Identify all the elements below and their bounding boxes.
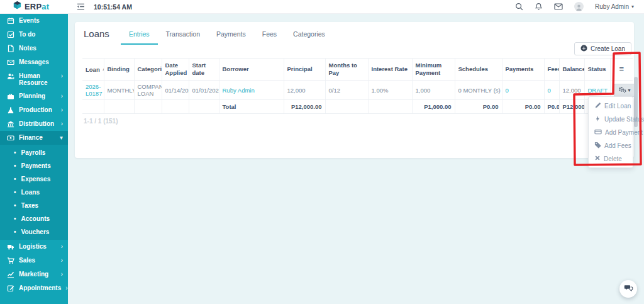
chat-fab-button[interactable]	[619, 280, 637, 298]
row-actions-button[interactable]: ▾	[614, 84, 635, 97]
col-header-schedules[interactable]: Schedules	[455, 59, 502, 81]
caret-down-icon: ▾	[631, 4, 634, 9]
payments-count-link[interactable]: 0	[506, 87, 509, 94]
sidebar-item-messages[interactable]: Messages	[0, 55, 68, 69]
col-header-loan[interactable]: Loan▲	[82, 59, 104, 81]
cell-start-date: 01/01/2026	[189, 81, 219, 100]
sidebar-subitem-label: Loans	[21, 189, 40, 196]
sidebar-item-label: To do	[19, 31, 63, 38]
sidebar-item-notes[interactable]: Notes	[0, 42, 68, 55]
edit-square-icon	[7, 284, 14, 292]
chat-bubbles-icon	[624, 283, 633, 295]
cogs-icon	[618, 86, 626, 94]
mail-icon[interactable]	[554, 3, 563, 10]
sidebar-subitem-taxes[interactable]: •Taxes	[0, 199, 68, 212]
sidebar-subitem-label: Payments	[21, 162, 51, 169]
sidebar-item-production[interactable]: Production ›	[0, 103, 68, 117]
user-menu[interactable]: Ruby Admin▾	[595, 3, 634, 10]
col-header-start-date[interactable]: Start date	[189, 59, 219, 81]
col-header-payments[interactable]: Payments	[502, 59, 544, 81]
sidebar: Events To do Notes Messages Human Resour…	[0, 14, 68, 304]
file-icon	[7, 45, 14, 52]
menu-item-update-status[interactable]: Update Status	[589, 113, 633, 126]
menu-item-add-payment[interactable]: Add Payment	[589, 126, 633, 139]
flask-icon	[7, 106, 14, 114]
sidebar-subitem-label: Expenses	[21, 176, 51, 183]
sidebar-subitem-accounts[interactable]: •Accounts	[0, 212, 68, 225]
tab-transaction[interactable]: Transaction	[158, 28, 208, 45]
truck-icon	[7, 243, 14, 251]
cell-date-applied: 01/14/2026	[162, 81, 189, 100]
col-header-categories[interactable]: Categories	[134, 59, 162, 81]
col-header-principal[interactable]: Principal	[284, 59, 325, 81]
cart-icon	[7, 257, 14, 264]
chevron-down-icon: ▾	[60, 134, 63, 141]
clock-time: 10:51:54 AM	[94, 3, 132, 11]
chevron-right-icon: ›	[61, 243, 63, 250]
tab-categories[interactable]: Categories	[285, 28, 333, 45]
col-header-interest-rate[interactable]: Interest Rate	[368, 59, 412, 81]
sidebar-subitem-payrolls[interactable]: •Payrolls	[0, 146, 68, 159]
search-icon[interactable]	[515, 3, 523, 11]
payment-card-icon	[594, 128, 602, 137]
menu-item-delete[interactable]: Delete	[589, 152, 633, 165]
column-menu-icon[interactable]: ≡	[610, 59, 633, 81]
sidebar-item-label: Notes	[19, 45, 63, 52]
loan-number-link[interactable]: 2026-L0187	[86, 83, 102, 97]
notifications-bell-icon[interactable]	[535, 3, 543, 11]
total-principal: P12,000.00	[284, 100, 325, 114]
status-badge[interactable]: DRAFT	[588, 87, 608, 94]
sidebar-item-sales[interactable]: Sales ›	[0, 254, 68, 267]
app-logo[interactable]: ERPat	[0, 1, 68, 13]
col-header-borrower[interactable]: Borrower	[219, 59, 284, 81]
sidebar-item-human-resource[interactable]: Human Resource ›	[0, 69, 68, 89]
loans-table: Loan▲ Binding Categories Date Applied St…	[82, 58, 633, 114]
tab-entries[interactable]: Entries	[121, 28, 158, 45]
total-balance: P12,000.00	[559, 100, 584, 114]
fees-count-link[interactable]: 0	[548, 87, 551, 94]
sidebar-subitem-label: Taxes	[21, 202, 39, 209]
borrower-link[interactable]: Ruby Admin	[223, 87, 255, 94]
menu-item-add-fees[interactable]: Add Fees	[589, 139, 633, 152]
chevron-right-icon: ›	[61, 120, 63, 127]
tab-fees[interactable]: Fees	[254, 28, 285, 45]
total-minimum-payment: P1,000.00	[412, 100, 455, 114]
sidebar-item-events[interactable]: Events	[0, 14, 68, 28]
bullet-icon: •	[14, 176, 16, 183]
topbar: ERPat 10:51:54 AM Ruby Admin▾	[0, 0, 644, 14]
sidebar-item-marketing[interactable]: Marketing ›	[0, 267, 68, 281]
col-header-months-to-pay[interactable]: Months to Pay	[325, 59, 368, 81]
create-loan-button[interactable]: Create Loan	[574, 42, 631, 55]
user-avatar[interactable]	[574, 2, 584, 11]
menu-item-edit-loan[interactable]: Edit Loan	[589, 99, 633, 113]
tab-payments[interactable]: Payments	[208, 28, 254, 45]
sidebar-subitem-loans[interactable]: •Loans	[0, 186, 68, 199]
caret-down-icon: ▾	[628, 87, 631, 93]
col-header-date-applied[interactable]: Date Applied	[162, 59, 189, 81]
sidebar-item-logistics[interactable]: Logistics ›	[0, 240, 68, 254]
sidebar-item-label: Production	[19, 106, 57, 113]
sidebar-item-distribution[interactable]: Distribution ›	[0, 117, 68, 131]
sidebar-item-finance[interactable]: Finance ▾	[0, 131, 68, 145]
sidebar-subitem-vouchers[interactable]: •Vouchers	[0, 225, 68, 239]
sidebar-toggle-icon[interactable]	[77, 3, 85, 10]
cell-minimum-payment: 1,000	[412, 81, 455, 100]
bullet-icon: •	[14, 189, 16, 196]
money-icon	[7, 134, 14, 142]
sidebar-item-label: Sales	[19, 257, 57, 264]
sidebar-subitem-payments[interactable]: •Payments	[0, 159, 68, 172]
sidebar-subitem-label: Vouchers	[21, 228, 50, 235]
cell-interest-rate: 1.00%	[368, 81, 412, 100]
sidebar-subitem-expenses[interactable]: •Expenses	[0, 172, 68, 186]
col-header-binding[interactable]: Binding	[104, 59, 134, 81]
col-header-balance[interactable]: Balance	[559, 59, 584, 81]
bullet-icon: •	[14, 149, 16, 156]
col-header-status[interactable]: Status	[584, 59, 610, 81]
sidebar-item-planning[interactable]: Planning ›	[0, 89, 68, 103]
col-header-fees[interactable]: Fees	[544, 59, 559, 81]
bullet-icon: •	[14, 202, 16, 209]
sidebar-item-todo[interactable]: To do	[0, 28, 68, 42]
sidebar-item-appointments[interactable]: Appointments ›	[0, 281, 68, 295]
col-header-minimum-payment[interactable]: Minimum Payment	[412, 59, 455, 81]
page-title: Loans	[84, 28, 109, 39]
